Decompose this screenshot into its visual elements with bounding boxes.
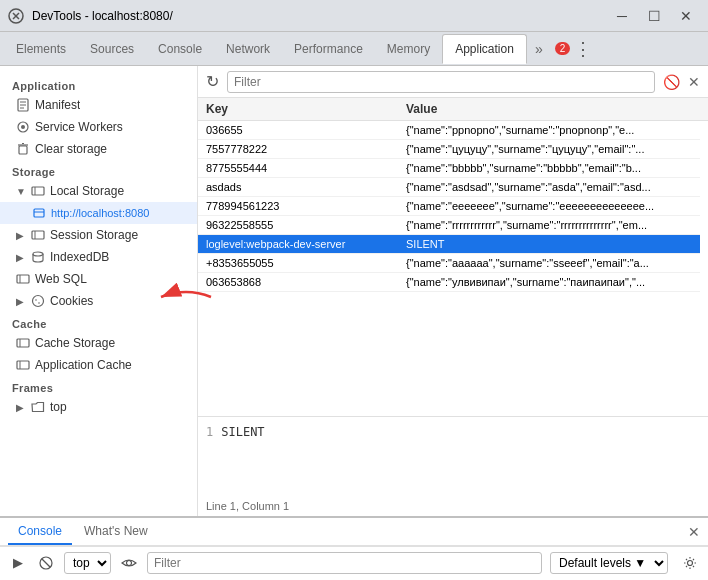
tab-performance[interactable]: Performance [282, 34, 375, 64]
tab-application[interactable]: Application [442, 34, 527, 64]
sidebar-item-clear-storage[interactable]: Clear storage [0, 138, 197, 160]
table-row[interactable]: +8353655055{"name":"aaaaaa","surname":"s… [198, 254, 708, 273]
devtools-menu-button[interactable]: ⋮ [574, 38, 592, 60]
filter-bar: ↻ 🚫 ✕ [198, 66, 708, 98]
minimize-button[interactable]: ─ [608, 6, 636, 26]
svg-point-32 [688, 560, 693, 565]
sidebar-item-indexeddb[interactable]: ▶ IndexedDB [0, 246, 197, 268]
line-info: Line 1, Column 1 [206, 500, 289, 512]
table-row[interactable]: loglevel:webpack-dev-serverSILENT [198, 235, 708, 254]
cell-key: 778994561223 [198, 197, 398, 216]
session-storage-arrow: ▶ [16, 230, 26, 241]
stop-button[interactable] [36, 553, 56, 573]
filter-block-button[interactable]: 🚫 [663, 74, 680, 90]
close-button[interactable]: ✕ [672, 6, 700, 26]
section-title-application: Application [0, 74, 197, 94]
cell-key: 036655 [198, 121, 398, 140]
svg-rect-26 [17, 361, 29, 369]
local-storage-group-icon [31, 184, 45, 198]
cell-key: 8775555444 [198, 159, 398, 178]
app-cache-label: Application Cache [35, 358, 132, 372]
error-badge: 2 [555, 42, 571, 55]
svg-point-18 [33, 252, 43, 256]
console-settings-button[interactable] [680, 553, 700, 573]
tab-more-button[interactable]: » [527, 41, 551, 57]
cache-storage-label: Cache Storage [35, 336, 115, 350]
tab-network[interactable]: Network [214, 34, 282, 64]
preview-content: 1SILENT [198, 417, 708, 447]
log-levels-selector[interactable]: Default levels ▼ [550, 552, 668, 574]
maximize-button[interactable]: ☐ [640, 6, 668, 26]
section-title-cache: Cache [0, 312, 197, 332]
tab-sources[interactable]: Sources [78, 34, 146, 64]
cell-key: 7557778222 [198, 140, 398, 159]
svg-point-22 [35, 299, 37, 301]
table-row[interactable]: asdads{"name":"asdsad","surname":"asda",… [198, 178, 708, 197]
context-selector[interactable]: top [64, 552, 111, 574]
bottom-panel: Console What's New ✕ ▶ top Default level… [0, 516, 708, 580]
app-cache-icon [16, 358, 30, 372]
table-row[interactable]: 778994561223{"name":"eeeeeee","surname":… [198, 197, 708, 216]
column-header-key: Key [198, 98, 398, 121]
web-sql-icon [16, 272, 30, 286]
table-row[interactable]: 8775555444{"name":"bbbbb","surname":"bbb… [198, 159, 708, 178]
sidebar: Application Manifest Service Workers Cle… [0, 66, 198, 516]
refresh-button[interactable]: ↻ [206, 72, 219, 91]
sidebar-item-localhost[interactable]: http://localhost:8080 [0, 202, 197, 224]
bottom-close-button[interactable]: ✕ [688, 524, 700, 540]
sidebar-item-service-workers[interactable]: Service Workers [0, 116, 197, 138]
cell-value: {"name":"bbbbb","surname":"bbbbb","email… [398, 159, 700, 178]
table-row[interactable]: 063653868{"name":"улвивипаи","surname":"… [198, 273, 708, 292]
cell-value: {"name":"rrrrrrrrrrrr","surname":"rrrrrr… [398, 216, 700, 235]
storage-table-container[interactable]: Key Value 036655{"name":"ppnopno","surna… [198, 98, 708, 416]
svg-rect-12 [32, 187, 44, 195]
cell-value: {"name":"улвивипаи","surname":"паипаипаи… [398, 273, 700, 292]
sidebar-item-cookies[interactable]: ▶ Cookies [0, 290, 197, 312]
preview-value: SILENT [221, 425, 264, 439]
sidebar-item-manifest[interactable]: Manifest [0, 94, 197, 116]
sidebar-item-cache-storage[interactable]: Cache Storage [0, 332, 197, 354]
sidebar-item-app-cache[interactable]: Application Cache [0, 354, 197, 376]
cell-value: {"name":"aaaaaa","surname":"sseeef","ema… [398, 254, 700, 273]
cell-value: SILENT [398, 235, 700, 254]
bottom-tab-console[interactable]: Console [8, 519, 72, 545]
line-number: 1 [206, 425, 213, 439]
svg-point-31 [127, 560, 132, 565]
localhost-label: http://localhost:8080 [51, 207, 149, 219]
svg-rect-14 [34, 209, 44, 217]
svg-point-23 [38, 302, 40, 304]
main-layout: Application Manifest Service Workers Cle… [0, 66, 708, 516]
svg-point-21 [33, 296, 44, 307]
table-row[interactable]: 96322558555{"name":"rrrrrrrrrrrr","surna… [198, 216, 708, 235]
window-controls: ─ ☐ ✕ [608, 6, 700, 26]
bottom-tab-bar: Console What's New ✕ [0, 518, 708, 546]
frames-top-label: top [50, 400, 67, 414]
eye-button[interactable] [119, 553, 139, 573]
cache-storage-icon [16, 336, 30, 350]
local-storage-group-label: Local Storage [50, 184, 124, 198]
filter-close-button[interactable]: ✕ [688, 74, 700, 90]
svg-rect-19 [17, 275, 29, 283]
sidebar-item-frames-top[interactable]: ▶ top [0, 396, 197, 418]
tab-memory[interactable]: Memory [375, 34, 442, 64]
table-row[interactable]: 7557778222{"name":"цуцуцу","surname":"цу… [198, 140, 708, 159]
devtools-icon [8, 8, 24, 24]
filter-input[interactable] [227, 71, 655, 93]
cookies-arrow: ▶ [16, 296, 26, 307]
cell-key: 96322558555 [198, 216, 398, 235]
svg-point-8 [21, 125, 25, 129]
sidebar-item-local-storage-group[interactable]: ▼ Local Storage [0, 180, 197, 202]
cell-key: 063653868 [198, 273, 398, 292]
session-storage-label: Session Storage [50, 228, 138, 242]
play-button[interactable]: ▶ [8, 553, 28, 573]
sidebar-item-session-storage[interactable]: ▶ Session Storage [0, 224, 197, 246]
console-filter-input[interactable] [147, 552, 542, 574]
bottom-tab-whats-new[interactable]: What's New [74, 519, 158, 545]
cookies-label: Cookies [50, 294, 93, 308]
storage-table: Key Value 036655{"name":"ppnopno","surna… [198, 98, 708, 292]
tab-console[interactable]: Console [146, 34, 214, 64]
tab-elements[interactable]: Elements [4, 34, 78, 64]
cell-value: {"name":"eeeeeee","surname":"eeeeeeeeeee… [398, 197, 700, 216]
table-row[interactable]: 036655{"name":"ppnopno","surname":"pnopn… [198, 121, 708, 140]
sidebar-item-web-sql[interactable]: Web SQL [0, 268, 197, 290]
